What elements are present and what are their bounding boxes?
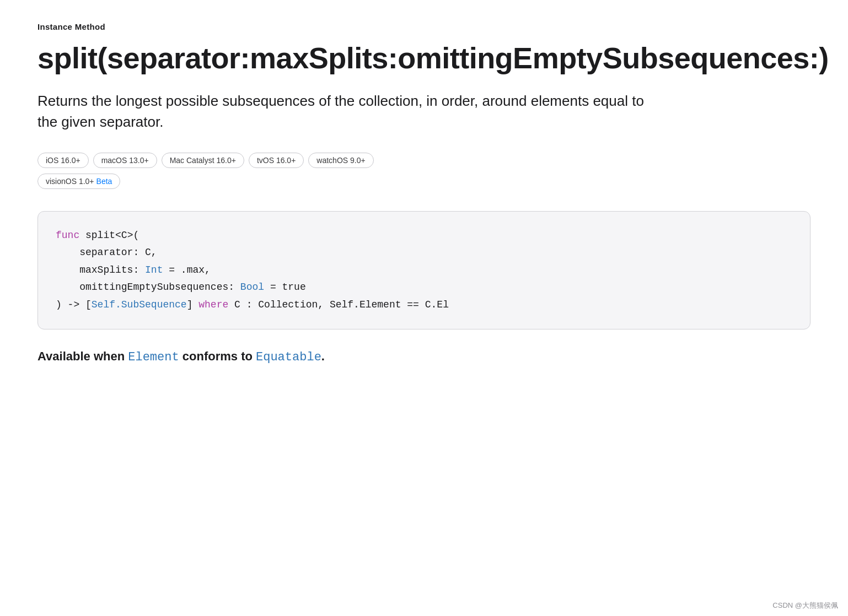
equatable-mono: Equatable	[256, 350, 321, 364]
code-block: func split<C>( separator: C, maxSplits: …	[37, 211, 811, 330]
description: Returns the longest possible subsequence…	[37, 91, 644, 132]
watermark: CSDN @大熊猫侯佩	[772, 601, 838, 610]
available-prefix: Available when	[37, 349, 128, 363]
page-title: split(separator:maxSplits:omittingEmptyS…	[37, 41, 811, 74]
bool-type: Bool	[240, 282, 264, 293]
badge: watchOS 9.0+	[308, 153, 373, 168]
where-keyword: where	[198, 299, 228, 310]
badges-row2: visionOS 1.0+ Beta	[37, 174, 811, 189]
self-subsequence-type: Self.SubSequence	[92, 299, 187, 310]
code-where: ]	[187, 299, 199, 310]
badges-row1: iOS 16.0+macOS 13.0+Mac Catalyst 16.0+tv…	[37, 153, 811, 168]
badge: iOS 16.0+	[37, 153, 89, 168]
badge: macOS 13.0+	[93, 153, 157, 168]
available-middle: conforms to	[179, 349, 256, 363]
code-constraint: C : Collection, Self.Element == C.El	[228, 299, 449, 310]
badge: Mac Catalyst 16.0+	[162, 153, 244, 168]
int-type: Int	[145, 264, 163, 275]
badge-beta: visionOS 1.0+ Beta	[37, 174, 120, 189]
element-mono: Element	[128, 350, 179, 364]
badge: tvOS 16.0+	[249, 153, 304, 168]
instance-method-label: Instance Method	[37, 22, 811, 31]
func-keyword: func	[56, 230, 79, 241]
available-suffix: .	[321, 349, 325, 363]
available-when: Available when Element conforms to Equat…	[37, 349, 811, 364]
